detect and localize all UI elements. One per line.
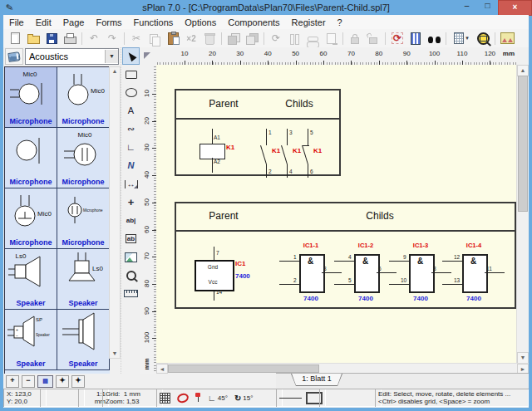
menu-options[interactable]: Options — [179, 17, 222, 28]
textbox-tool[interactable]: ab — [122, 230, 140, 247]
paste-button[interactable] — [164, 30, 182, 46]
search-button[interactable] — [425, 30, 443, 46]
close-button[interactable]: × — [498, 0, 532, 16]
lock-icon — [351, 37, 359, 44]
nand-gate-ic1-2[interactable]: IC1-2 & 4 5 6 7400 — [334, 242, 397, 303]
horizontal-scroll-thumb[interactable] — [168, 365, 319, 373]
angle-step[interactable]: ∟45° — [208, 394, 228, 402]
copy-button[interactable] — [145, 30, 164, 46]
arrange-button[interactable] — [303, 30, 322, 46]
menu-help[interactable]: ? — [332, 17, 348, 28]
duplicate-button[interactable]: ×2 — [182, 30, 200, 46]
scroll-down-icon[interactable]: ▼ — [110, 350, 120, 358]
scroll-up-icon[interactable]: ▲ — [110, 67, 120, 76]
library-next-button[interactable]: ✦ — [71, 375, 85, 388]
component-cell-microphone-1[interactable]: Mic0 Microphone — [5, 67, 57, 128]
component-cell-speaker-1[interactable]: Ls0 Speaker — [5, 249, 57, 310]
nand-gate-ic1-4[interactable]: IC1-4 & 12 13 11 7400 — [442, 242, 505, 303]
pointer-tool[interactable] — [122, 47, 140, 65]
component-cell-speaker-3[interactable]: + − SP Speaker Speaker — [5, 310, 57, 370]
chevron-down-icon[interactable]: ▾ — [466, 35, 469, 42]
freehand-toggle-icon[interactable] — [176, 392, 190, 404]
rotate-step[interactable]: ↻15° — [234, 394, 254, 402]
undo-button[interactable]: ↶ — [85, 30, 103, 46]
parent-child-wizard-button[interactable] — [498, 30, 516, 46]
redraw-button[interactable]: ⟳ — [388, 30, 406, 46]
menu-forms[interactable]: Forms — [90, 17, 127, 28]
forms-manager-button[interactable] — [406, 30, 425, 46]
scroll-up-icon[interactable]: ▲ — [517, 65, 529, 76]
schematic-frame-1[interactable]: Parent Childs A1 A2 K1 — [175, 89, 341, 176]
node-tool[interactable]: + — [122, 193, 140, 211]
bring-to-front-button[interactable] — [224, 30, 243, 46]
calculator-button[interactable]: ▾ — [449, 30, 474, 46]
vertical-scroll-thumb[interactable] — [518, 76, 528, 212]
relay-coil-k1[interactable]: A1 A2 K1 — [200, 129, 245, 174]
sheet-tab[interactable]: 1: Blatt 1 — [291, 374, 342, 386]
maximize-button[interactable]: □ — [477, 0, 498, 12]
bezier-tool[interactable]: ∾ — [122, 120, 140, 138]
preview-zoom-in-button[interactable]: + — [6, 375, 19, 388]
line-style-sample[interactable] — [279, 398, 302, 399]
menu-functions[interactable]: Functions — [128, 17, 180, 28]
delete-button[interactable] — [200, 30, 219, 46]
open-button[interactable] — [24, 30, 42, 46]
gate-symbol: & — [409, 257, 431, 266]
nand-gate-ic1-1[interactable]: IC1-1 & 1 2 3 7400 — [279, 242, 342, 303]
component-cell-microphone-4[interactable]: Mic0 Microphone — [57, 128, 110, 188]
ellipse-tool[interactable] — [122, 84, 140, 101]
drawing-canvas[interactable]: Parent Childs A1 A2 K1 — [156, 65, 517, 366]
mirror-button[interactable] — [285, 30, 303, 46]
component-cell-speaker-4[interactable]: Speaker — [57, 310, 110, 370]
zoom-window-button[interactable] — [474, 30, 492, 46]
zoom-tool[interactable] — [122, 267, 140, 284]
pin-toggle-icon[interactable] — [198, 394, 199, 402]
cut-button[interactable]: ✂ — [127, 30, 145, 46]
ic1-power-symbol[interactable]: Gnd Vcc 7 14 IC1 7400 — [195, 247, 265, 301]
vertical-scrollbar[interactable]: ▲ ▼ — [516, 65, 529, 364]
menu-file[interactable]: File — [3, 17, 30, 28]
component-cell-speaker-2[interactable]: Ls0 Speaker — [57, 249, 110, 310]
schematic-frame-2[interactable]: Parent Childs Gnd Vcc 7 14 IC1 7400 — [175, 202, 516, 309]
lock-button[interactable] — [346, 30, 364, 46]
component-cell-microphone-5[interactable]: Mic0 Microphone — [5, 188, 57, 249]
preview-mode-button[interactable]: ▤ — [37, 375, 53, 388]
scroll-left-icon[interactable]: ◄ — [156, 364, 168, 374]
save-button[interactable] — [42, 30, 61, 46]
library-prev-button[interactable]: ✦ — [56, 375, 69, 388]
curve-tool[interactable]: N — [122, 157, 140, 174]
component-cell-microphone-6[interactable]: Microphone Microphone — [57, 188, 110, 249]
special-shape-tool[interactable]: A — [122, 102, 140, 120]
rotate-button[interactable]: ⟳ — [267, 30, 285, 46]
component-cell-microphone-2[interactable]: Mic0 Microphone — [57, 67, 110, 128]
library-button[interactable] — [5, 48, 23, 65]
library-select-arrow-icon[interactable]: ▼ — [105, 50, 118, 63]
new-button[interactable] — [6, 30, 24, 46]
menu-components[interactable]: Components — [222, 17, 285, 28]
menu-page[interactable]: Page — [57, 17, 91, 28]
measure-tool[interactable] — [122, 285, 140, 302]
send-to-back-button[interactable] — [243, 30, 261, 46]
library-select[interactable]: Acoustics ▼ — [25, 48, 119, 65]
parent-header: Parent — [186, 210, 261, 222]
redo-button[interactable]: ↷ — [103, 30, 121, 46]
text-tool[interactable]: ab| — [122, 212, 140, 229]
move-to-sheet-button[interactable] — [322, 30, 340, 46]
image-tool[interactable] — [122, 248, 140, 266]
scroll-down-icon[interactable]: ▼ — [517, 352, 529, 364]
preview-zoom-out-button[interactable]: − — [22, 375, 35, 388]
print-button[interactable] — [61, 30, 79, 46]
menu-edit[interactable]: Edit — [30, 17, 57, 28]
dimension-tool[interactable]: ↔ — [122, 175, 140, 193]
minimize-button[interactable]: – — [456, 0, 477, 12]
grid-toggle-icon[interactable] — [160, 393, 170, 404]
component-cell-microphone-3[interactable]: Microphone — [5, 128, 57, 188]
line-tool[interactable]: ∟ — [122, 139, 140, 156]
menu-register[interactable]: Register — [286, 17, 332, 28]
unlock-button[interactable] — [364, 30, 382, 46]
window-content: File Edit Page Forms Functions Options C… — [3, 15, 529, 408]
grid-value: 1 mm — [124, 390, 140, 398]
sidebar-scrollbar[interactable]: ▲ ▼ — [109, 66, 121, 359]
rectangle-tool[interactable] — [122, 66, 140, 83]
relay-contact-k1-3[interactable]: 5 6 K1 — [301, 129, 334, 179]
